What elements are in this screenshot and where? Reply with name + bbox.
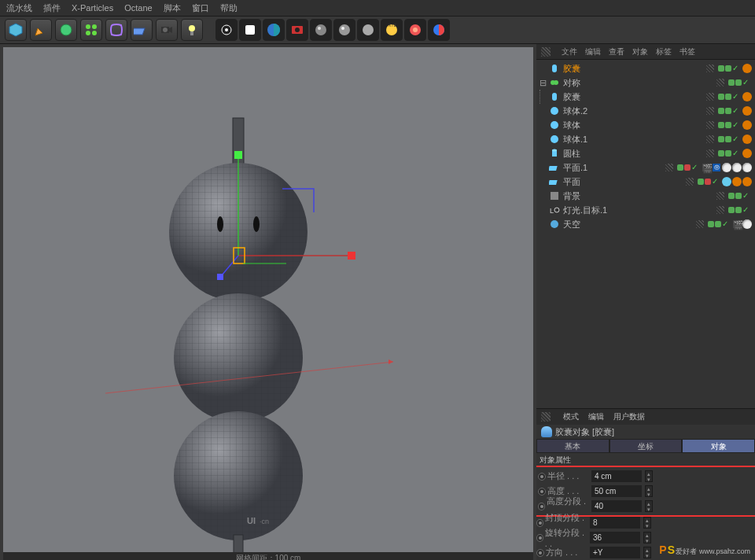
svg-rect-59 — [549, 166, 558, 171]
tree-item[interactable]: 背景✓ — [536, 189, 755, 203]
svg-rect-50 — [552, 64, 557, 72]
tree-item[interactable]: 平面.1✓🎬◎ — [536, 160, 755, 175]
svg-point-36 — [174, 411, 303, 540]
material-ball-icon[interactable] — [310, 19, 332, 41]
svg-point-56 — [551, 135, 558, 143]
svg-rect-37 — [234, 535, 243, 552]
attr-mode-tab[interactable]: 用户数据 — [613, 411, 645, 422]
grip-icon[interactable] — [541, 412, 551, 422]
menu-item[interactable]: 窗口 — [192, 2, 209, 14]
svg-point-58 — [552, 149, 557, 152]
number-input[interactable] — [591, 470, 642, 482]
svg-text:UI: UI — [247, 516, 256, 525]
svg-point-13 — [225, 28, 228, 31]
om-tab[interactable]: 书签 — [680, 46, 695, 57]
svg-point-10 — [189, 25, 195, 31]
psahz-watermark: PS爱好者 www.psahz.com — [659, 543, 750, 557]
spinner-icon[interactable]: ▴▾ — [645, 485, 653, 497]
tree-item[interactable]: 球体.2✓ — [536, 104, 755, 118]
attr-sub-tabs: 基本 坐标 对象 — [536, 439, 755, 453]
svg-text:XYZ: XYZ — [389, 23, 396, 28]
menu-item[interactable]: 脚本 — [164, 2, 181, 14]
attr-tab-basic[interactable]: 基本 — [536, 439, 610, 453]
material-ball3-icon[interactable] — [357, 19, 379, 41]
svg-rect-53 — [552, 93, 557, 101]
om-tab[interactable]: 文件 — [562, 46, 577, 57]
array-icon[interactable] — [80, 19, 102, 41]
capsule-icon — [541, 426, 552, 437]
svg-text:·cn: ·cn — [260, 518, 269, 525]
svg-marker-9 — [169, 27, 172, 33]
menu-item[interactable]: 流水线 — [6, 2, 32, 14]
render-view-icon[interactable] — [215, 19, 238, 41]
tree-item[interactable]: 胶囊✓ — [536, 90, 755, 104]
number-input[interactable] — [590, 517, 640, 529]
pen-tool-icon[interactable] — [30, 19, 52, 41]
svg-point-63 — [554, 208, 559, 212]
render-settings-icon[interactable] — [263, 19, 285, 41]
selection-icon[interactable] — [428, 19, 450, 41]
svg-point-34 — [174, 293, 303, 422]
svg-point-18 — [315, 24, 326, 35]
menu-item[interactable]: X-Particles — [72, 3, 113, 13]
attr-tab-object[interactable]: 对象 — [682, 439, 755, 453]
menu-item[interactable]: 帮助 — [220, 2, 238, 14]
menu-item[interactable]: 插件 — [43, 2, 61, 14]
svg-rect-14 — [245, 25, 255, 35]
svg-rect-43 — [217, 274, 223, 280]
om-tab[interactable]: 查看 — [609, 46, 624, 57]
grip-icon[interactable] — [541, 47, 551, 57]
perspective-viewport[interactable]: UI·cn — [3, 47, 533, 552]
svg-point-3 — [92, 24, 97, 29]
cube-primitive-icon[interactable] — [5, 19, 27, 41]
svg-point-32 — [253, 216, 260, 232]
svg-point-55 — [551, 121, 558, 129]
spinner-icon[interactable]: ▴▾ — [645, 500, 653, 512]
render-region-icon[interactable] — [239, 19, 261, 41]
tree-item[interactable]: 球体✓ — [536, 118, 755, 132]
tree-item[interactable]: 胶囊✓ — [536, 61, 755, 76]
tree-item[interactable]: L灯光.目标.1✓ — [536, 203, 755, 217]
right-panel: 文件 编辑 查看 对象 标签 书签 胶囊✓⊟对称✓胶囊✓球体.2✓球体✓球体.1… — [536, 44, 755, 560]
axis-icon[interactable]: XYZ — [381, 19, 403, 41]
spinner-icon[interactable]: ▴▾ — [643, 532, 651, 543]
number-input[interactable] — [591, 485, 642, 497]
object-manager-tabs: 文件 编辑 查看 对象 标签 书签 — [536, 44, 755, 60]
om-tab[interactable]: 标签 — [656, 46, 672, 57]
light-icon[interactable] — [181, 19, 203, 41]
attr-mode-tab[interactable]: 模式 — [563, 411, 579, 422]
number-input[interactable] — [590, 532, 640, 543]
number-input[interactable] — [591, 500, 642, 512]
floor-icon[interactable] — [131, 19, 153, 41]
tree-item[interactable]: 球体.1✓ — [536, 132, 755, 146]
picture-viewer-icon[interactable] — [286, 19, 308, 41]
spinner-icon[interactable]: ▴▾ — [643, 517, 651, 529]
camera-icon[interactable] — [156, 19, 178, 41]
svg-point-31 — [217, 216, 223, 232]
attr-mode-tab[interactable]: 编辑 — [588, 411, 604, 422]
attr-tab-coord[interactable]: 坐标 — [610, 439, 683, 453]
tree-item[interactable]: 圆柱✓ — [536, 146, 755, 160]
nurbs-icon[interactable] — [55, 19, 77, 41]
deformer-icon[interactable] — [105, 19, 127, 41]
menu-item[interactable]: Octane — [124, 3, 152, 13]
svg-rect-61 — [551, 192, 558, 200]
svg-point-21 — [341, 27, 344, 30]
spinner-icon[interactable]: ▴▾ — [645, 470, 653, 482]
svg-point-20 — [339, 24, 350, 35]
material-ball2-icon[interactable] — [333, 19, 355, 41]
tree-item[interactable]: ⊟对称✓ — [536, 76, 755, 90]
om-tab[interactable]: 对象 — [632, 46, 648, 57]
svg-point-52 — [554, 80, 558, 85]
svg-point-64 — [551, 220, 558, 228]
svg-point-19 — [318, 27, 321, 30]
tree-item[interactable]: 平面✓ — [536, 175, 755, 189]
om-tab[interactable]: 编辑 — [585, 46, 601, 57]
svg-point-1 — [61, 24, 72, 35]
object-tree[interactable]: 胶囊✓⊟对称✓胶囊✓球体.2✓球体✓球体.1✓圆柱✓平面.1✓🎬◎平面✓背景✓L… — [536, 60, 755, 233]
spinner-icon[interactable]: ▴▾ — [643, 547, 651, 558]
number-input[interactable] — [590, 547, 640, 558]
tree-item[interactable]: 天空✓🎬 — [536, 217, 755, 231]
svg-point-22 — [363, 24, 374, 35]
snap-icon[interactable] — [404, 19, 426, 41]
